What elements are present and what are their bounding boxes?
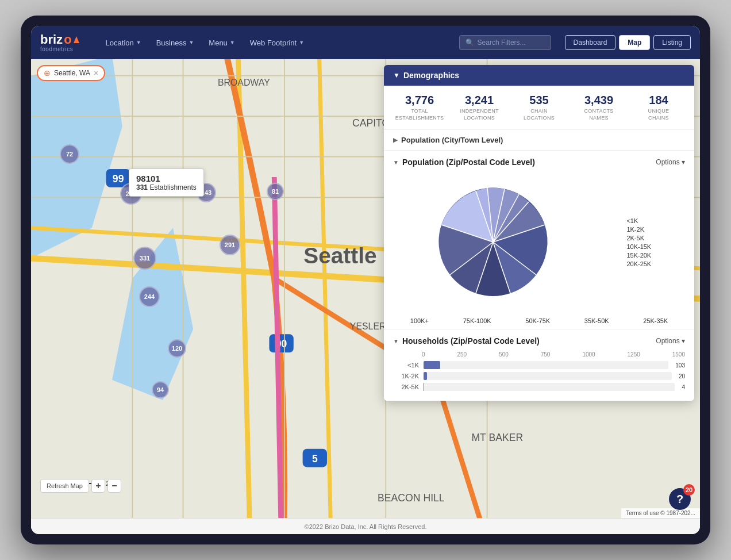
- nav-item-location[interactable]: Location ▼: [100, 35, 147, 51]
- axis-1000: 1000: [582, 351, 595, 358]
- zoom-in-button[interactable]: +: [91, 479, 105, 493]
- pie-chart-container: <1K 1K-2K 2K-5K 10K-15K 15K-20K 20K-25K: [384, 167, 694, 317]
- logo-flame-icon: [74, 36, 79, 43]
- svg-text:BEACON HILL: BEACON HILL: [378, 492, 445, 504]
- bar-label-1k2k: 1K-2K: [393, 373, 419, 379]
- axis-500: 500: [499, 351, 509, 358]
- population-zip-header: ▼ Population (Zip/Postal Code Level) Opt…: [384, 151, 694, 167]
- chevron-down-icon: ▼: [299, 40, 304, 45]
- search-icon: 🔍: [465, 39, 474, 47]
- households-title-row: ▼ Households (Zip/Postal Code Level): [393, 336, 540, 346]
- pie-label-10k15k: 10K-15K: [626, 243, 651, 250]
- navbar: brizo foodmetrics Location ▼ Business ▼ …: [31, 26, 700, 59]
- stat-value-establishments: 3,776: [392, 94, 447, 107]
- triangle-right-icon: ▶: [393, 137, 398, 143]
- filter-tag-seattle[interactable]: ⊕ Seattle, WA ×: [37, 65, 105, 81]
- triangle-down-icon: ▼: [393, 159, 399, 166]
- demographics-header[interactable]: ▼ Demographics: [384, 65, 694, 86]
- stat-total-establishments: 3,776 TOTALESTABLISHMENTS: [390, 94, 449, 121]
- pie-chart-svg: [427, 176, 559, 308]
- bar-value-1k2k: 20: [679, 373, 685, 379]
- map-button[interactable]: Map: [619, 35, 650, 50]
- stat-independent: 3,241 INDEPENDENTLOCATIONS: [449, 94, 509, 121]
- households-zip-header-row: ▼ Households (Zip/Postal Code Level) Opt…: [393, 336, 685, 346]
- svg-text:99: 99: [113, 173, 124, 185]
- dashboard-button[interactable]: Dashboard: [565, 35, 616, 50]
- help-button[interactable]: 20 ?: [669, 488, 691, 510]
- bar-value-lt1k: 103: [675, 362, 685, 369]
- pie-label-75k100k: 75K-100K: [463, 317, 491, 324]
- axis-1500: 1500: [672, 351, 685, 358]
- pie-label-lt1k: <1K: [626, 217, 651, 224]
- footer: ©2022 Brizo Data, Inc. All Rights Reserv…: [31, 518, 700, 534]
- cluster-244[interactable]: 244: [139, 286, 160, 307]
- demographics-panel: ▼ Demographics 3,776 TOTALESTABLISHMENTS…: [384, 65, 694, 401]
- stat-value-chain: 535: [511, 94, 567, 107]
- cluster-72[interactable]: 72: [60, 144, 79, 164]
- bar-track-1k2k: [424, 372, 672, 380]
- cluster-331[interactable]: 331: [133, 247, 156, 270]
- logo-text-brizo: briz: [40, 33, 63, 46]
- population-city-title: Population (City/Town Level): [401, 136, 503, 144]
- chevron-down-icon: ▼: [136, 40, 141, 45]
- zoom-out-button[interactable]: −: [107, 479, 121, 493]
- location-icon: ⊕: [44, 68, 51, 78]
- logo-subtitle: foodmetrics: [40, 46, 79, 52]
- pie-options-button[interactable]: Options ▾: [656, 158, 685, 166]
- help-icon: ?: [676, 493, 683, 506]
- svg-text:MT BAKER: MT BAKER: [471, 432, 523, 443]
- listing-button[interactable]: Listing: [653, 35, 691, 50]
- device-frame: brizo foodmetrics Location ▼ Business ▼ …: [21, 16, 710, 544]
- logo: brizo: [40, 33, 79, 46]
- households-title: Households (Zip/Postal Code Level): [402, 336, 540, 346]
- cluster-94[interactable]: 94: [152, 381, 169, 398]
- stat-value-independent: 3,241: [452, 94, 507, 107]
- pie-label-1k2k: 1K-2K: [626, 226, 651, 233]
- nav-buttons: Dashboard Map Listing: [565, 35, 691, 50]
- axis-0: 0: [422, 351, 425, 358]
- bar-row-1k2k: 1K-2K 20: [393, 372, 685, 380]
- population-zip-title-row: ▼ Population (Zip/Postal Code Level): [393, 158, 535, 167]
- filter-close-icon[interactable]: ×: [94, 68, 98, 78]
- bar-label-lt1k: <1K: [393, 362, 419, 369]
- footer-copyright: ©2022 Brizo Data, Inc. All Rights Reserv…: [305, 523, 427, 530]
- axis-750: 750: [541, 351, 551, 358]
- pie-label-50k75k: 50K-75K: [525, 317, 550, 324]
- search-placeholder: Search Filters...: [478, 39, 526, 47]
- population-city-header[interactable]: ▶ Population (City/Town Level): [384, 130, 694, 151]
- filter-bar: ⊕ Seattle, WA ×: [37, 65, 105, 81]
- pie-labels-right: <1K 1K-2K 2K-5K 10K-15K 15K-20K 20K-25K: [626, 217, 651, 267]
- demographics-stats: 3,776 TOTALESTABLISHMENTS 3,241 INDEPEND…: [384, 86, 694, 130]
- bar-track-2k5k: [424, 383, 675, 391]
- nav-item-business[interactable]: Business ▼: [151, 35, 200, 51]
- pie-label-15k20k: 15K-20K: [626, 252, 651, 259]
- pie-label-35k50k: 35K-50K: [584, 317, 609, 324]
- cluster-120[interactable]: 120: [168, 339, 186, 358]
- map-controls: Refresh Map + −: [40, 479, 121, 493]
- nav-menu: Location ▼ Business ▼ Menu ▼ Web Footpri…: [100, 35, 445, 51]
- cluster-81[interactable]: 81: [267, 183, 284, 200]
- logo-o: o: [64, 33, 71, 46]
- chevron-down-icon: ▼: [188, 40, 194, 45]
- bar-fill-lt1k: [424, 361, 440, 369]
- stat-label-contacts: CONTACTSNAMES: [571, 108, 626, 121]
- map-tooltip: 98101 331 Establishments: [129, 168, 204, 197]
- bar-fill-1k2k: [424, 372, 427, 380]
- stat-label-chains: UNIQUECHAINS: [631, 108, 686, 121]
- filter-tag-label: Seattle, WA: [54, 69, 90, 77]
- screen: brizo foodmetrics Location ▼ Business ▼ …: [31, 26, 700, 534]
- pie-label-100kplus: 100K+: [410, 317, 429, 324]
- pie-label-25k35k: 25K-35K: [643, 317, 668, 324]
- cluster-291[interactable]: 291: [220, 235, 240, 255]
- households-options-button[interactable]: Options ▾: [656, 337, 685, 345]
- stat-value-chains: 184: [631, 94, 686, 107]
- svg-text:5: 5: [312, 453, 318, 465]
- stat-chain: 535 CHAINLOCATIONS: [509, 94, 569, 121]
- search-box[interactable]: 🔍 Search Filters...: [459, 35, 551, 50]
- pie-label-20k25k: 20K-25K: [626, 260, 651, 267]
- chevron-down-icon: ▼: [230, 40, 235, 45]
- nav-item-web-footprint[interactable]: Web Footprint ▼: [244, 35, 310, 51]
- bar-label-2k5k: 2K-5K: [393, 383, 419, 390]
- nav-item-menu[interactable]: Menu ▼: [203, 35, 240, 51]
- refresh-map-button[interactable]: Refresh Map: [40, 479, 89, 493]
